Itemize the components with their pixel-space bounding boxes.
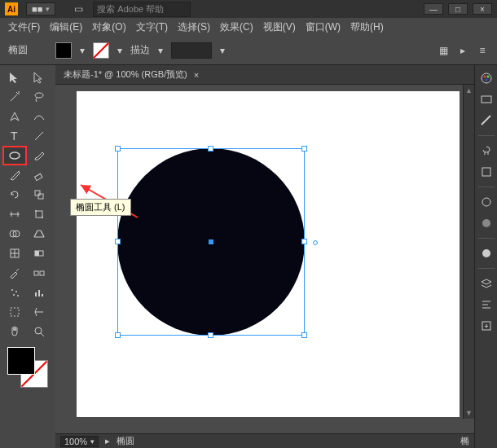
fill-swatch[interactable] <box>55 42 72 59</box>
brushes-panel-icon[interactable] <box>478 164 495 180</box>
magic-wand-tool[interactable] <box>3 88 26 106</box>
width-tool[interactable] <box>3 205 26 223</box>
curvature-tool[interactable] <box>28 108 51 125</box>
more-icon[interactable]: ≡ <box>476 44 489 57</box>
mesh-tool[interactable] <box>3 244 26 262</box>
handle-bot-right[interactable] <box>301 332 307 338</box>
paintbrush-tool[interactable] <box>28 147 51 165</box>
stroke-width-dd[interactable]: ▾ <box>158 45 163 56</box>
free-transform-tool[interactable] <box>28 205 51 223</box>
live-corner-widget[interactable] <box>313 240 318 245</box>
fill-stroke-control[interactable] <box>7 347 48 388</box>
graph-tool[interactable] <box>28 283 51 301</box>
eyedropper-tool[interactable] <box>3 264 26 282</box>
appearance-panel-icon[interactable] <box>478 194 495 210</box>
menu-file[interactable]: 文件(F) <box>5 19 43 36</box>
scale-tool[interactable] <box>28 186 51 204</box>
line-tool[interactable] <box>28 127 51 145</box>
svg-rect-26 <box>11 308 19 316</box>
blend-tool[interactable] <box>28 264 51 282</box>
nav-arrow-icon[interactable]: ▸ <box>105 436 110 446</box>
layers-panel-icon[interactable] <box>478 275 495 292</box>
lasso-tool[interactable] <box>28 88 51 106</box>
type-tool[interactable]: T <box>3 127 26 145</box>
shape-builder-tool[interactable] <box>3 225 26 243</box>
center-point[interactable] <box>209 239 213 244</box>
canvas-viewport[interactable]: 椭圆工具 (L) <box>55 85 474 433</box>
tab-close-icon[interactable]: × <box>194 70 199 80</box>
menu-view[interactable]: 视图(V) <box>260 19 299 36</box>
perspective-tool[interactable] <box>28 225 51 243</box>
workspace-dropdown[interactable]: ■■ <box>26 2 55 15</box>
svg-rect-35 <box>482 168 490 176</box>
menu-window[interactable]: 窗口(W) <box>302 19 344 36</box>
close-button[interactable]: × <box>473 3 492 15</box>
stroke-panel-icon[interactable] <box>478 112 495 129</box>
pen-tool[interactable] <box>3 108 26 125</box>
document-tab[interactable]: 未标题-1* @ 100% (RGB/预览) × <box>55 65 474 85</box>
asset-export-panel-icon[interactable] <box>478 318 495 334</box>
graphic-styles-panel-icon[interactable] <box>478 215 495 231</box>
svg-rect-16 <box>35 251 39 256</box>
fill-dd-arrow[interactable]: ▾ <box>80 45 85 56</box>
menu-type[interactable]: 文字(T) <box>133 19 171 36</box>
svg-point-36 <box>482 198 490 206</box>
artboard-tool[interactable] <box>3 303 26 321</box>
stroke-style-dd[interactable]: ▾ <box>220 45 225 56</box>
transparency-panel-icon[interactable] <box>478 245 495 261</box>
menu-select[interactable]: 选择(S) <box>174 19 213 36</box>
eraser-tool[interactable] <box>28 166 51 184</box>
menu-object[interactable]: 对象(O) <box>89 19 129 36</box>
symbols-panel-icon[interactable] <box>478 143 495 159</box>
artboard[interactable] <box>77 91 460 417</box>
rotate-tool[interactable] <box>3 186 26 204</box>
svg-point-20 <box>15 291 17 292</box>
stroke-style-input[interactable] <box>171 42 212 59</box>
svg-point-27 <box>35 327 42 334</box>
zoom-tool[interactable] <box>28 323 51 340</box>
stroke-swatch-none[interactable] <box>93 42 109 59</box>
vertical-scrollbar[interactable] <box>463 85 474 419</box>
title-bar: Ai ■■ ▭ 搜索 Adobe 帮助 — □ × <box>0 0 497 18</box>
align-panel-icon[interactable] <box>478 296 495 313</box>
stroke-dd-arrow[interactable]: ▾ <box>117 45 122 56</box>
swatches-panel-icon[interactable] <box>478 91 495 108</box>
search-input[interactable]: 搜索 Adobe 帮助 <box>93 2 191 17</box>
selection-tool[interactable] <box>3 68 26 86</box>
symbol-sprayer-tool[interactable] <box>3 283 26 301</box>
menu-effect[interactable]: 效果(C) <box>217 19 257 36</box>
color-panel-icon[interactable] <box>478 70 495 86</box>
handle-bot-mid[interactable] <box>208 332 213 338</box>
tool-panel: T <box>0 65 55 448</box>
handle-top-left[interactable] <box>115 146 121 152</box>
shaper-tool[interactable] <box>3 166 26 184</box>
gradient-tool[interactable] <box>28 244 51 262</box>
slice-tool[interactable] <box>28 303 51 321</box>
hand-tool[interactable] <box>3 323 26 340</box>
align-icon[interactable]: ▸ <box>456 44 469 57</box>
handle-mid-left[interactable] <box>115 239 121 244</box>
minimize-button[interactable]: — <box>424 3 443 15</box>
stroke-label: 描边 <box>130 43 150 57</box>
handle-mid-right[interactable] <box>301 239 307 244</box>
ellipse-tool[interactable] <box>3 147 26 165</box>
grid-icon[interactable]: ▦ <box>437 44 450 57</box>
menu-edit[interactable]: 编辑(E) <box>46 19 86 36</box>
direct-selection-tool[interactable] <box>28 68 51 86</box>
menu-help[interactable]: 帮助(H) <box>347 19 387 36</box>
svg-point-0 <box>35 93 43 98</box>
doc-icon[interactable]: ▭ <box>72 2 85 15</box>
document-area: 未标题-1* @ 100% (RGB/预览) × 椭圆工具 (L) <box>55 65 474 448</box>
handle-top-mid[interactable] <box>208 146 213 152</box>
maximize-button[interactable]: □ <box>448 3 468 15</box>
svg-point-32 <box>486 76 489 78</box>
svg-point-31 <box>483 76 486 78</box>
handle-top-right[interactable] <box>301 146 307 152</box>
fill-color[interactable] <box>7 347 35 375</box>
svg-rect-25 <box>42 294 43 296</box>
svg-point-33 <box>485 79 487 81</box>
svg-rect-18 <box>40 271 44 275</box>
zoom-dropdown[interactable]: 100% <box>60 436 99 447</box>
svg-rect-24 <box>38 290 40 296</box>
handle-bot-left[interactable] <box>115 332 121 338</box>
